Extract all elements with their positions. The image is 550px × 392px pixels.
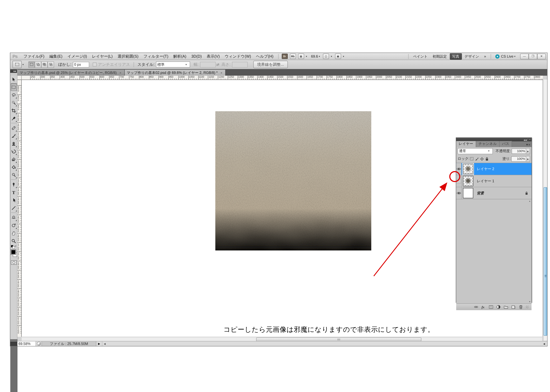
layer-name[interactable]: レイヤー 1 <box>477 179 494 183</box>
status-zoom-input[interactable]: 69.58% <box>17 342 36 346</box>
menu-レイヤー(L)[interactable]: レイヤー(L) <box>90 53 115 60</box>
fill-spinner[interactable]: ▶ <box>526 156 530 162</box>
tool-preset-button[interactable] <box>13 61 22 68</box>
panel-tab-パス[interactable]: パス <box>500 141 512 147</box>
vertical-ruler[interactable]: 8509009501000105011001150120012501300135… <box>17 80 22 337</box>
horizontal-scrollbar-thumb[interactable] <box>256 337 421 341</box>
tool-shape[interactable] <box>10 204 17 212</box>
document-tab[interactable]: マップ作りの基本.psd @ 25% (レイヤー 8 のコピー, RGB/8)× <box>17 70 125 76</box>
swap-dimensions-icon[interactable]: ⇄ <box>216 63 219 66</box>
layer-name[interactable]: レイヤー 2 <box>477 166 494 171</box>
link-icon[interactable] <box>474 305 478 309</box>
tool-type[interactable]: T <box>10 188 17 196</box>
workspace-デザイン[interactable]: デザイン <box>462 54 481 59</box>
tool-eyedropper[interactable] <box>10 114 17 122</box>
menu-選択範囲(S)[interactable]: 選択範囲(S) <box>115 53 141 60</box>
ruler-corner[interactable] <box>17 76 22 80</box>
tool-pen[interactable] <box>10 180 17 188</box>
mask-icon[interactable] <box>488 305 493 309</box>
minimize-button[interactable]: — <box>520 54 529 59</box>
workspace-ペイント[interactable]: ペイント <box>411 54 430 59</box>
page-vertical-scrollbar[interactable] <box>543 80 547 341</box>
tool-move[interactable] <box>10 75 17 83</box>
workspace-初期設定[interactable]: 初期設定 <box>431 54 449 59</box>
tool-orbit3d[interactable] <box>10 221 17 229</box>
folder-icon[interactable] <box>503 305 508 309</box>
opacity-value[interactable]: 100% <box>511 148 526 154</box>
toolbar-grip[interactable] <box>10 73 17 75</box>
collapse-panel-icon[interactable]: ◀◀ <box>523 139 527 141</box>
menu-3D(D)[interactable]: 3D(D) <box>189 53 204 60</box>
arrange-documents-button[interactable]: ◫ <box>323 54 329 59</box>
layer-thumbnail[interactable] <box>463 164 473 174</box>
document-tab[interactable]: マップ作りの基本02.psd @ 69.6% (レイヤー 2, RGB/8) *… <box>125 70 226 76</box>
tool-bucket[interactable] <box>10 163 17 171</box>
close-panel-icon[interactable]: × <box>529 139 530 141</box>
panel-resize-grip[interactable] <box>526 306 529 308</box>
subtract-selection-button[interactable] <box>41 61 48 68</box>
eye-icon[interactable] <box>456 167 461 171</box>
panel-tab-チャンネル[interactable]: チャンネル <box>476 141 500 147</box>
tool-lasso[interactable] <box>10 91 17 99</box>
lock-pixels-icon[interactable] <box>474 156 480 161</box>
layer-thumbnail[interactable] <box>463 176 473 186</box>
trash-icon[interactable] <box>518 305 523 309</box>
menu-ウィンドウ(W)[interactable]: ウィンドウ(W) <box>222 53 253 60</box>
eye-icon[interactable] <box>456 191 461 195</box>
bridge-button[interactable]: Br <box>282 54 287 59</box>
tool-smudge[interactable] <box>10 171 17 179</box>
zoom-level-field[interactable]: 69.6 <box>311 54 318 58</box>
close-button[interactable]: ✕ <box>537 54 546 59</box>
tool-healing[interactable] <box>10 124 17 132</box>
lock-position-icon[interactable] <box>480 156 484 161</box>
newlayer-icon[interactable] <box>511 305 515 309</box>
lock-transparency-icon[interactable] <box>469 156 474 161</box>
tool-quickselect[interactable] <box>10 99 17 107</box>
panel-tab-レイヤー[interactable]: レイヤー <box>456 141 476 147</box>
menu-ファイル(F)[interactable]: ファイル(F) <box>21 53 47 60</box>
visibility-cell[interactable] <box>456 187 462 199</box>
layer-row[interactable]: 背景 <box>456 187 532 199</box>
close-tab-icon[interactable]: × <box>119 70 122 75</box>
swap-colors-icon[interactable]: ⇄ <box>14 245 16 248</box>
fill-value[interactable]: 100% <box>511 156 526 161</box>
eye-empty-well[interactable] <box>456 179 461 183</box>
lock-all-icon[interactable] <box>484 156 489 161</box>
cs-live-button[interactable]: CS Live <box>501 54 513 58</box>
tool-marquee[interactable] <box>10 83 17 91</box>
menu-表示(V)[interactable]: 表示(V) <box>204 53 222 60</box>
mini-bridge-button[interactable]: Mb <box>290 54 296 59</box>
layer-name[interactable]: 背景 <box>477 190 484 196</box>
tool-hand[interactable] <box>10 229 17 237</box>
feather-input[interactable]: 0 px <box>73 62 89 67</box>
tool-history[interactable] <box>10 147 17 155</box>
tool-eraser[interactable] <box>10 155 17 163</box>
foreground-color-swatch[interactable] <box>11 250 16 254</box>
style-select[interactable]: 標準▼ <box>156 62 190 67</box>
horizontal-scrollbar[interactable] <box>22 337 542 341</box>
opacity-spinner[interactable]: ▶ <box>526 148 530 154</box>
horizontal-ruler[interactable]: 2503003504004505005506006507007508008509… <box>22 76 543 80</box>
guides-grid-button[interactable]: ▦ <box>298 54 304 59</box>
screen-mode-button[interactable]: ▣ <box>335 54 341 59</box>
visibility-cell[interactable] <box>456 175 462 187</box>
refine-edge-button[interactable]: 境界線を調整... <box>253 61 288 68</box>
tool-rotate3d[interactable] <box>10 214 17 221</box>
new-selection-button[interactable] <box>28 61 35 68</box>
page-vertical-scrollbar-thumb[interactable] <box>543 187 547 336</box>
menu-ヘルプ(H)[interactable]: ヘルプ(H) <box>254 53 276 60</box>
tool-stamp[interactable] <box>10 140 17 147</box>
menu-解析(A)[interactable]: 解析(A) <box>171 53 189 60</box>
tool-pathselect[interactable] <box>10 196 17 204</box>
layer-row[interactable]: レイヤー 1 <box>456 175 532 187</box>
tool-brush[interactable] <box>10 132 17 140</box>
layer-thumbnail[interactable] <box>463 188 473 198</box>
workspace-overflow-button[interactable]: » <box>482 54 488 59</box>
scroll-up-icon[interactable]: ▲ <box>529 200 531 202</box>
tool-zoom[interactable] <box>10 237 17 245</box>
restore-button[interactable]: ❐ <box>529 54 537 59</box>
panel-menu-icon[interactable]: ▼≡ <box>524 143 532 147</box>
add-selection-button[interactable] <box>35 61 41 68</box>
layer-row[interactable]: レイヤー 2 <box>456 163 532 175</box>
visibility-cell[interactable] <box>456 163 462 175</box>
